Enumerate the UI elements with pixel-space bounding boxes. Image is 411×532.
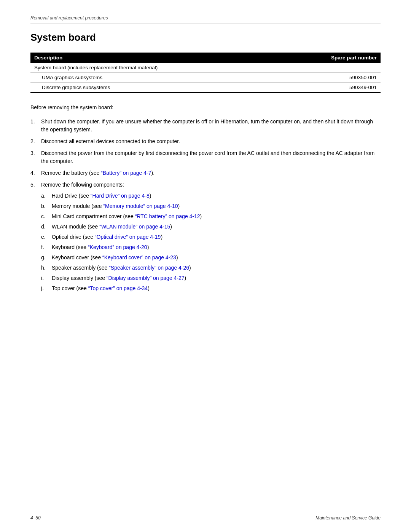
parts-table: Description Spare part number System boa… xyxy=(30,53,381,93)
battery-link[interactable]: “Battery” on page 4-7 xyxy=(101,170,151,176)
table-cell-partnum: 590350-001 xyxy=(279,73,381,83)
sub-list-item-content: Mini Card compartment cover (see “RTC ba… xyxy=(52,212,381,220)
rtc-battery-link[interactable]: “RTC battery” on page 4-12 xyxy=(135,213,200,219)
sub-list: Hard Drive (see “Hard Drive” on page 4-8… xyxy=(41,192,381,292)
sub-list-item-content: Display assembly (see “Display assembly”… xyxy=(52,274,381,282)
keyboard-link[interactable]: “Keyboard” on page 4-20 xyxy=(88,244,147,250)
col-description-header: Description xyxy=(30,53,279,63)
list-item: Shut down the computer. If you are unsur… xyxy=(30,118,381,134)
main-list: Shut down the computer. If you are unsur… xyxy=(30,118,381,295)
table-row: Discrete graphics subsystems590349-001 xyxy=(30,83,381,93)
sub-list-item: WLAN module (see “WLAN module” on page 4… xyxy=(41,223,381,231)
sub-list-item-content: Top cover (see “Top cover” on page 4-34) xyxy=(52,284,381,292)
table-cell-description: System board (includes replacement therm… xyxy=(30,63,279,73)
sub-list-item: Speaker assembly (see “Speaker assembly”… xyxy=(41,264,381,272)
sub-list-item: Display assembly (see “Display assembly”… xyxy=(41,274,381,282)
hard-drive-link[interactable]: “Hard Drive” on page 4-8 xyxy=(91,193,150,199)
table-row: UMA graphics subsystems590350-001 xyxy=(30,73,381,83)
speaker-assembly-link[interactable]: “Speaker assembly” on page 4-26 xyxy=(109,265,189,271)
sub-list-item-content: Keyboard cover (see “Keyboard cover” on … xyxy=(52,254,381,262)
sub-list-item-content: Speaker assembly (see “Speaker assembly”… xyxy=(52,264,381,272)
table-cell-partnum xyxy=(279,63,381,73)
table-header-row: Description Spare part number xyxy=(30,53,381,63)
sub-list-item: Top cover (see “Top cover” on page 4-34) xyxy=(41,284,381,292)
table-cell-partnum: 590349-001 xyxy=(279,83,381,93)
breadcrumb: Removal and replacement procedures xyxy=(30,15,381,24)
top-cover-link[interactable]: “Top cover” on page 4-34 xyxy=(88,285,148,291)
sub-list-item: Memory module (see “Memory module” on pa… xyxy=(41,202,381,210)
list-item: Remove the following components:Hard Dri… xyxy=(30,181,381,295)
list-item: Disconnect all external devices connecte… xyxy=(30,137,381,145)
sub-list-item-content: WLAN module (see “WLAN module” on page 4… xyxy=(52,223,381,231)
footer-page-number: 4–50 xyxy=(30,515,41,521)
sub-list-item: Hard Drive (see “Hard Drive” on page 4-8… xyxy=(41,192,381,200)
sub-list-item: Keyboard (see “Keyboard” on page 4-20) xyxy=(41,243,381,251)
page-container: Removal and replacement procedures Syste… xyxy=(0,0,411,532)
keyboard-cover-link[interactable]: “Keyboard cover” on page 4-23 xyxy=(102,254,176,260)
table-cell-description: Discrete graphics subsystems xyxy=(30,83,279,93)
col-partnum-header: Spare part number xyxy=(279,53,381,63)
optical-drive-link[interactable]: “Optical drive” on page 4-19 xyxy=(95,234,161,240)
list-item: Disconnect the power from the computer b… xyxy=(30,149,381,165)
list-item-content: Disconnect all external devices connecte… xyxy=(41,137,381,145)
list-item-content: Remove the following components:Hard Dri… xyxy=(41,181,381,295)
memory-module-link[interactable]: “Memory module” on page 4-10 xyxy=(103,203,178,209)
sub-list-item-content: Optical drive (see “Optical drive” on pa… xyxy=(52,233,381,241)
table-cell-description: UMA graphics subsystems xyxy=(30,73,279,83)
list-item-content: Shut down the computer. If you are unsur… xyxy=(41,118,381,134)
list-item-content: Disconnect the power from the computer b… xyxy=(41,149,381,165)
list-item: Remove the battery (see “Battery” on pag… xyxy=(30,169,381,177)
sub-list-item-content: Keyboard (see “Keyboard” on page 4-20) xyxy=(52,243,381,251)
table-row: System board (includes replacement therm… xyxy=(30,63,381,73)
sub-list-item: Keyboard cover (see “Keyboard cover” on … xyxy=(41,254,381,262)
footer-guide-title: Maintenance and Service Guide xyxy=(315,515,381,521)
sub-list-item-content: Hard Drive (see “Hard Drive” on page 4-8… xyxy=(52,192,381,200)
display-assembly-link[interactable]: “Display assembly” on page 4-27 xyxy=(107,275,185,281)
sub-list-item: Mini Card compartment cover (see “RTC ba… xyxy=(41,212,381,220)
wlan-module-link[interactable]: “WLAN module” on page 4-15 xyxy=(99,224,170,230)
sub-list-item: Optical drive (see “Optical drive” on pa… xyxy=(41,233,381,241)
page-footer: 4–50 Maintenance and Service Guide xyxy=(30,512,381,521)
breadcrumb-text: Removal and replacement procedures xyxy=(30,15,108,21)
sub-list-item-content: Memory module (see “Memory module” on pa… xyxy=(52,202,381,210)
intro-text: Before removing the system board: xyxy=(30,104,381,112)
table-body: System board (includes replacement therm… xyxy=(30,63,381,93)
list-item-content: Remove the battery (see “Battery” on pag… xyxy=(41,169,381,177)
page-title: System board xyxy=(30,32,381,43)
